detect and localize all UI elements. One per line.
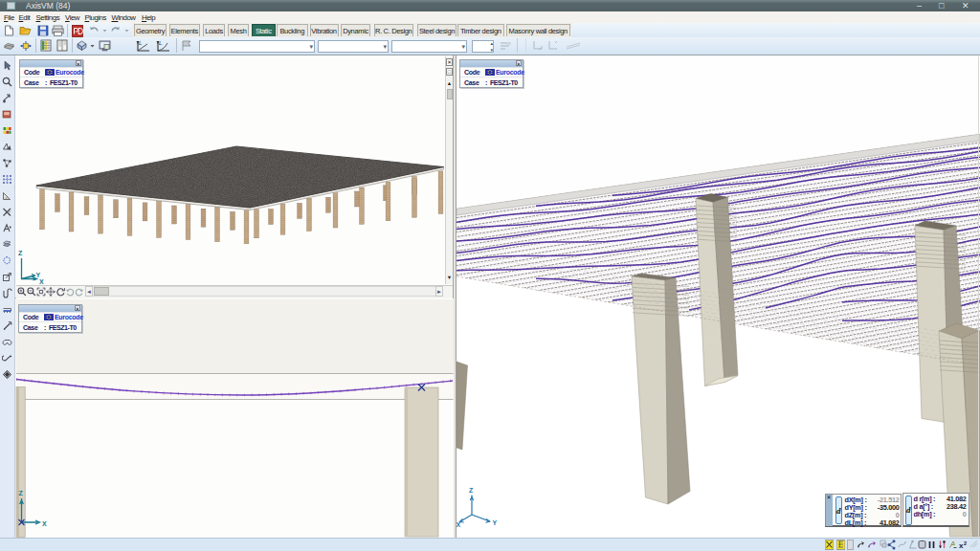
svg-text:X: X	[457, 521, 461, 528]
svg-text:X: X	[42, 520, 47, 527]
svg-text:2: 2	[964, 540, 967, 546]
svg-text:Z: Z	[19, 490, 24, 496]
svg-text:Y: Y	[493, 519, 498, 526]
svg-text:Z: Z	[469, 487, 474, 494]
